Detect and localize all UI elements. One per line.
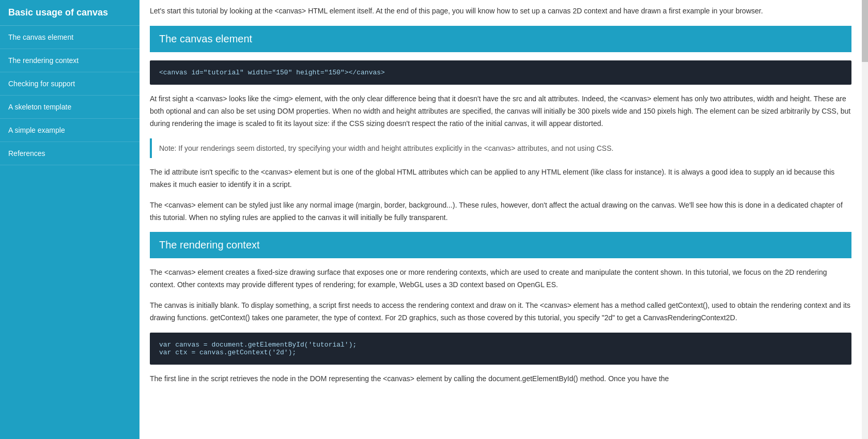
canvas-element-para3: The <canvas> element can be styled just … bbox=[150, 199, 851, 224]
rendering-context-para3: The first line in the script retrieves t… bbox=[150, 373, 851, 385]
sidebar-item-rendering-context[interactable]: The rendering context bbox=[0, 49, 140, 72]
canvas-element-para1: At first sight a <canvas> looks like the… bbox=[150, 93, 851, 130]
scrollbar-track bbox=[862, 0, 868, 439]
sidebar-item-simple-example[interactable]: A simple example bbox=[0, 119, 140, 142]
intro-paragraph: Let's start this tutorial by looking at … bbox=[150, 5, 851, 17]
canvas-element-para2: The id attribute isn't specific to the <… bbox=[150, 166, 851, 191]
rendering-context-para1: The <canvas> element creates a fixed-siz… bbox=[150, 266, 851, 291]
main-content: Let's start this tutorial by looking at … bbox=[140, 0, 862, 439]
canvas-element-header: The canvas element bbox=[150, 26, 851, 52]
sidebar: Basic usage of canvas The canvas element… bbox=[0, 0, 140, 439]
sidebar-item-checking-support[interactable]: Checking for support bbox=[0, 72, 140, 96]
scrollbar-thumb[interactable] bbox=[862, 0, 868, 62]
note-text: Note: If your renderings seem distorted,… bbox=[159, 143, 844, 154]
rendering-context-para2: The canvas is initially blank. To displa… bbox=[150, 300, 851, 324]
sidebar-item-canvas-element[interactable]: The canvas element bbox=[0, 26, 140, 49]
rendering-context-code: var canvas = document.getElementById('tu… bbox=[150, 333, 851, 365]
rendering-context-header: The rendering context bbox=[150, 232, 851, 258]
sidebar-item-references[interactable]: References bbox=[0, 142, 140, 165]
canvas-element-code: <canvas id="tutorial" width="150" height… bbox=[150, 60, 851, 85]
sidebar-item-skeleton-template[interactable]: A skeleton template bbox=[0, 96, 140, 119]
sidebar-title: Basic usage of canvas bbox=[0, 0, 140, 26]
note-block: Note: If your renderings seem distorted,… bbox=[150, 138, 851, 158]
